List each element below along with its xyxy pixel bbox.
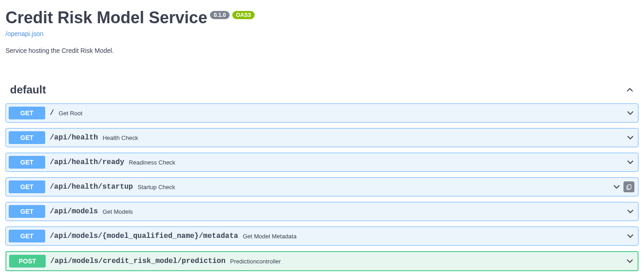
http-method-badge: GET	[9, 131, 45, 144]
opblock[interactable]: GET/Get Root	[5, 103, 639, 123]
http-method-badge: GET	[9, 156, 45, 169]
opblock[interactable]: POST/api/models/credit_risk_model/predic…	[5, 251, 639, 271]
endpoint-path: /api/models	[50, 207, 98, 216]
chevron-down-icon[interactable]	[613, 183, 621, 191]
oas-badge: OAS3	[232, 11, 255, 19]
http-method-badge: POST	[9, 255, 46, 268]
chevron-down-icon[interactable]	[626, 232, 634, 240]
http-method-badge: GET	[9, 107, 45, 119]
opblock[interactable]: GET/api/healthHealth Check	[5, 128, 639, 147]
chevron-down-icon[interactable]	[626, 109, 634, 117]
endpoint-path: /api/models/credit_risk_model/prediction	[50, 257, 225, 265]
endpoint-summary: Readiness Check	[129, 159, 623, 166]
endpoint-path: /api/health/ready	[50, 158, 124, 166]
endpoint-summary: Get Models	[103, 208, 623, 215]
clipboard-icon[interactable]	[623, 181, 634, 192]
opblock[interactable]: GET/api/health/startupStartup Check	[5, 177, 639, 196]
api-description: Service hosting the Credit Risk Model.	[5, 47, 639, 54]
endpoint-path: /api/health/startup	[50, 183, 133, 191]
page-title: Credit Risk Model Service	[5, 8, 207, 27]
endpoint-path: /api/health	[50, 134, 98, 142]
openapi-spec-link[interactable]: /openapi.json	[5, 30, 43, 37]
endpoint-path: /api/models/{model_qualified_name}/metad…	[50, 232, 238, 240]
http-method-badge: GET	[9, 180, 45, 193]
endpoint-summary: Get Model Metadata	[243, 233, 623, 240]
opblock[interactable]: GET/api/health/readyReadiness Check	[5, 153, 639, 172]
http-method-badge: GET	[9, 205, 45, 218]
tag-name: default	[10, 83, 46, 96]
http-method-badge: GET	[9, 230, 45, 242]
chevron-down-icon[interactable]	[626, 158, 634, 166]
version-badge: 0.1.0	[210, 11, 230, 19]
endpoint-summary: Predictioncontroller	[230, 258, 622, 265]
endpoint-summary: Get Root	[59, 110, 623, 117]
tag-header[interactable]: default	[5, 80, 639, 100]
chevron-down-icon[interactable]	[626, 134, 634, 142]
chevron-down-icon[interactable]	[626, 207, 634, 216]
opblock[interactable]: GET/api/modelsGet Models	[5, 202, 639, 221]
endpoint-path: /	[50, 109, 54, 117]
endpoint-summary: Startup Check	[137, 184, 609, 190]
svg-rect-0	[628, 185, 631, 189]
chevron-down-icon[interactable]	[626, 257, 634, 265]
chevron-up-icon	[626, 86, 634, 94]
endpoint-summary: Health Check	[103, 134, 623, 141]
opblock[interactable]: GET/api/models/{model_qualified_name}/me…	[5, 227, 639, 246]
